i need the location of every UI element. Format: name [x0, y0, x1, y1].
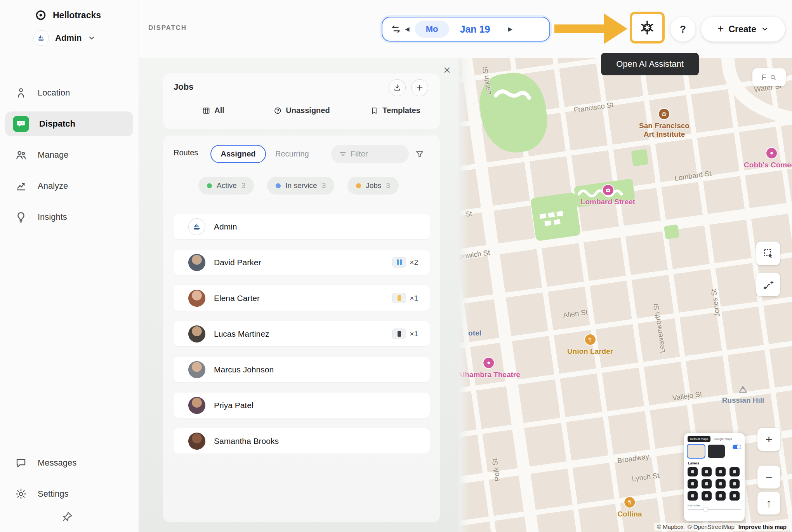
- app-root: Hellotracks Admin Location Dispatch: [0, 0, 792, 532]
- layer-cell[interactable]: [729, 479, 740, 489]
- chip-in-service[interactable]: In service 3: [267, 177, 334, 195]
- tab-unassigned-jobs[interactable]: Unassigned: [273, 106, 330, 115]
- reset-bearing-button[interactable]: ↑: [757, 492, 780, 515]
- list-item-samantha-brooks[interactable]: Samantha Brooks: [174, 428, 430, 454]
- layer-cell[interactable]: [688, 479, 698, 489]
- status-chips: Active 3 In service 3 Jobs 3: [198, 177, 399, 195]
- list-item-priya-patel[interactable]: Priya Patel: [174, 393, 430, 418]
- person-name: David Parker: [214, 258, 261, 267]
- icon-size-slider[interactable]: [688, 509, 741, 510]
- layer-cell[interactable]: [716, 467, 726, 476]
- layer-cell[interactable]: [716, 479, 726, 489]
- layer-cell[interactable]: [729, 491, 740, 501]
- zoom-out-button[interactable]: −: [757, 466, 780, 489]
- zoom-in-button[interactable]: +: [757, 428, 780, 451]
- gear-icon: [14, 487, 28, 501]
- chat-icon: [14, 456, 28, 469]
- improve-map-link[interactable]: Improve this map: [738, 523, 787, 530]
- list-item-marcus-johnson[interactable]: Marcus Johnson: [174, 357, 430, 382]
- route-progress-badge: [392, 293, 406, 303]
- search-icon: [769, 74, 777, 81]
- routes-label: Routes: [174, 148, 198, 157]
- sidebar-item-settings[interactable]: Settings: [5, 482, 133, 506]
- plus-icon: [415, 83, 424, 92]
- filter-placeholder: Filter: [351, 150, 368, 158]
- list-item-lucas-martinez[interactable]: Lucas Martinez ×1: [174, 321, 430, 346]
- map-style-thumb-road[interactable]: [688, 445, 705, 458]
- tab-label: Templates: [382, 106, 420, 115]
- sidebar-item-label: Messages: [38, 458, 76, 468]
- entertainment-icon: [767, 148, 777, 158]
- hellotracks-logo-icon: [34, 9, 47, 22]
- tab-assigned[interactable]: Assigned: [210, 145, 266, 163]
- layer-cell[interactable]: [688, 491, 698, 501]
- layer-cell[interactable]: [716, 491, 726, 501]
- list-item-david-parker[interactable]: David Parker ×2: [174, 250, 430, 275]
- today-reset-icon[interactable]: [391, 24, 401, 34]
- sidebar-item-location[interactable]: Location: [5, 80, 133, 105]
- import-jobs-button[interactable]: [389, 79, 406, 96]
- marquee-select-button[interactable]: [756, 242, 780, 265]
- prev-day-button[interactable]: ◀: [401, 23, 413, 35]
- add-route-button[interactable]: [756, 273, 780, 296]
- tab-all-jobs[interactable]: All: [202, 106, 224, 115]
- next-day-button[interactable]: ▶: [504, 23, 516, 35]
- tab-default-maps[interactable]: Default maps: [688, 436, 710, 442]
- map-style-thumb-satellite[interactable]: [708, 445, 725, 458]
- search-shortcut: F: [761, 73, 766, 82]
- plus-icon: +: [717, 23, 724, 35]
- sidebar-item-analyze[interactable]: Analyze: [5, 174, 133, 198]
- map-search-control[interactable]: F: [752, 68, 786, 86]
- callout-arrow-shaft: [554, 24, 605, 33]
- weekday-pill[interactable]: Mo: [415, 21, 449, 38]
- poi-label: Union Larder: [567, 347, 613, 356]
- chip-count: 3: [386, 181, 390, 190]
- sidebar-item-label: Insights: [38, 212, 67, 222]
- style-toggle[interactable]: [733, 445, 741, 449]
- current-date[interactable]: Jan 19: [460, 24, 490, 35]
- tab-google-maps[interactable]: Google maps: [714, 437, 732, 441]
- tab-label: Unassigned: [286, 106, 330, 115]
- pin-sidebar-icon[interactable]: [61, 511, 73, 524]
- help-button[interactable]: ?: [670, 17, 695, 42]
- restaurant-icon: [585, 334, 595, 345]
- chip-jobs[interactable]: Jobs 3: [347, 177, 399, 195]
- sidebar-item-dispatch[interactable]: Dispatch: [5, 111, 133, 136]
- layer-cell[interactable]: [702, 479, 712, 489]
- person-name: Samantha Brooks: [214, 436, 279, 446]
- tab-templates[interactable]: Templates: [370, 106, 420, 115]
- list-item-elena-carter[interactable]: Elena Carter ×1: [174, 285, 430, 311]
- chevron-down-icon: [88, 34, 96, 42]
- close-icon[interactable]: ×: [443, 64, 451, 76]
- map-canvas[interactable]: Francisco St Water St Lombard St Greenwi…: [459, 58, 792, 532]
- sidebar-item-messages[interactable]: Messages: [5, 450, 133, 475]
- list-item-admin[interactable]: Admin: [174, 214, 430, 239]
- tab-recurring[interactable]: Recurring: [275, 145, 309, 163]
- sidebar-item-manage[interactable]: Manage: [5, 143, 133, 167]
- brand-name: Hellotracks: [53, 10, 101, 21]
- layer-cell[interactable]: [729, 467, 740, 476]
- sidebar: Hellotracks Admin Location Dispatch: [0, 0, 139, 532]
- sidebar-item-label: Analyze: [38, 181, 68, 191]
- chip-label: Active: [217, 181, 237, 190]
- chip-active[interactable]: Active 3: [198, 177, 254, 195]
- funnel-filter-button[interactable]: [412, 146, 428, 162]
- help-label: ?: [680, 23, 686, 35]
- ai-assistant-tooltip: Open AI Assistant: [601, 53, 699, 75]
- topbar: DISPATCH ◀ Mo Jan 19 ▶ ? + Create: [139, 0, 792, 58]
- marquee-select-icon: [763, 248, 774, 259]
- sidebar-item-insights[interactable]: Insights: [5, 205, 133, 229]
- account-switcher[interactable]: Admin: [33, 30, 96, 46]
- filter-input[interactable]: Filter: [331, 145, 409, 163]
- layer-cell[interactable]: [702, 491, 712, 501]
- create-button[interactable]: + Create: [701, 17, 785, 42]
- sailboat-icon: [36, 33, 46, 43]
- layer-cell[interactable]: [702, 467, 712, 476]
- layer-cell[interactable]: [688, 467, 698, 476]
- add-job-button[interactable]: [411, 79, 428, 96]
- mapbox-credit[interactable]: © Mapbox: [657, 523, 684, 530]
- ai-assistant-button[interactable]: [630, 12, 665, 43]
- route-count: ×2: [410, 258, 418, 267]
- chip-label: Jobs: [366, 181, 381, 190]
- osm-credit[interactable]: © OpenStreetMap: [688, 523, 735, 530]
